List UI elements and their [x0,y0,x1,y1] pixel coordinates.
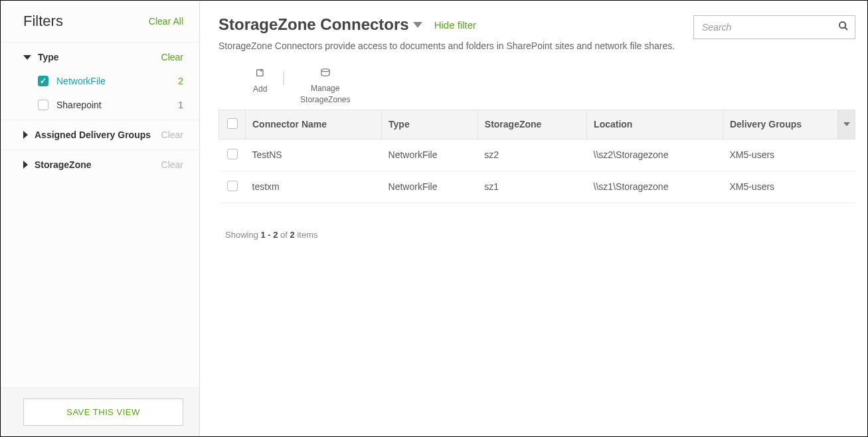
table-row[interactable]: testxm NetworkFile sz1 \\sz1\Storagezone… [219,171,855,203]
page-title-text: StorageZone Connectors [218,15,409,34]
cell-location: \\sz1\Storagezone [587,171,723,203]
manage-storagezones-button[interactable]: Manage StorageZones [288,67,362,106]
column-options-button[interactable] [837,110,855,139]
save-view-button[interactable]: SAVE THIS VIEW [23,398,183,426]
filter-item-count: 1 [178,100,183,110]
divider [1,42,199,43]
filters-title: Filters [23,13,63,30]
checkbox-icon[interactable] [38,100,48,110]
cell-zone: sz2 [477,139,586,171]
cell-groups: XM5-users [723,139,855,171]
filter-section-label: StorageZone [35,159,92,170]
page-title-dropdown[interactable]: StorageZone Connectors [218,15,422,34]
clear-all-link[interactable]: Clear All [149,16,183,27]
col-storagezone[interactable]: StorageZone [477,110,586,139]
row-checkbox[interactable] [227,149,238,159]
checkbox-icon[interactable] [38,76,48,86]
chevron-down-icon [843,122,850,126]
filter-item-count: 2 [178,76,183,86]
row-checkbox[interactable] [227,181,238,191]
filters-sidebar: Filters Clear All Type Clear NetworkFile [1,1,200,436]
filter-section-type[interactable]: Type Clear [23,45,183,69]
page-subtitle: StorageZone Connectors provide access to… [218,41,855,51]
cell-type: NetworkFile [382,139,478,171]
clear-link[interactable]: Clear [161,159,183,170]
hide-filter-link[interactable]: Hide filter [434,19,476,31]
add-label: Add [253,84,267,95]
clear-link[interactable]: Clear [161,52,183,62]
col-type[interactable]: Type [382,110,478,139]
checkbox-icon[interactable] [227,118,238,129]
manage-label-2: StorageZones [300,95,350,106]
filter-item-networkfile[interactable]: NetworkFile 2 [38,69,183,93]
svg-point-3 [321,69,329,72]
svg-rect-2 [256,70,262,76]
cell-name: TestNS [246,139,382,171]
main-content: StorageZone Connectors Hide filter Stora… [200,1,867,436]
col-location[interactable]: Location [587,110,723,139]
cell-name: testxm [246,171,382,203]
select-all-header[interactable] [219,110,246,139]
toolbar: Add | Manage StorageZones [218,67,855,106]
cell-zone: sz1 [477,171,586,203]
add-button[interactable]: Add [241,67,279,94]
cell-location: \\sz2\Storagezone [587,139,723,171]
filter-item-label: Sharepoint [56,100,102,110]
filter-section-label: Assigned Delivery Groups [35,130,151,140]
filter-item-label: NetworkFile [56,76,106,86]
manage-label-1: Manage [311,84,339,94]
cell-groups: XM5-users [723,171,855,203]
filter-section-storagezone[interactable]: StorageZone Clear [23,153,183,177]
caret-right-icon [23,161,28,169]
col-connector-name[interactable]: Connector Name [246,110,382,139]
caret-right-icon [23,131,28,139]
caret-down-icon [413,22,422,28]
filter-item-sharepoint[interactable]: Sharepoint 1 [38,93,183,117]
search-wrapper [693,15,855,39]
filter-section-delivery-groups[interactable]: Assigned Delivery Groups Clear [23,123,183,147]
divider [1,120,199,120]
table-row[interactable]: TestNS NetworkFile sz2 \\sz2\Storagezone… [219,139,855,171]
filter-section-label: Type [38,52,59,62]
col-delivery-groups[interactable]: Delivery Groups [723,110,855,139]
caret-down-icon [23,55,31,60]
cell-type: NetworkFile [382,171,478,203]
divider [1,149,199,150]
toolbar-separator: | [279,67,288,88]
search-input[interactable] [693,15,855,39]
connectors-table: Connector Name Type StorageZone Location… [218,110,855,203]
storage-icon [320,67,331,81]
paging-info: Showing 1 - 2 of 2 items [225,230,855,240]
table-header-row: Connector Name Type StorageZone Location… [219,110,855,139]
add-icon [255,67,266,82]
clear-link[interactable]: Clear [161,130,183,140]
